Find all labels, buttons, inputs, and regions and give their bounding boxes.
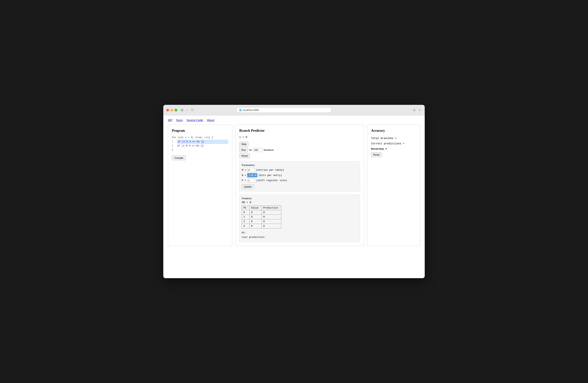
param-P-row: P = (shift register size) — [242, 178, 358, 182]
param-M-desc: (entries per table) — [256, 169, 284, 172]
param-P-label: P = — [242, 179, 246, 182]
page-content: IBP Docs Source Code About Program for (… — [163, 115, 425, 278]
table-cell: 0 — [250, 224, 262, 229]
browser-chrome: ⊞ ‹ 🛡 🌐 localhost:3000 ⊙ + — [163, 105, 425, 115]
param-N-desc: (bits per entry) — [258, 174, 282, 177]
maximize-button[interactable] — [175, 109, 177, 112]
back-button[interactable]: ‹ — [186, 108, 189, 112]
step-button[interactable]: Step — [239, 142, 249, 147]
predictor-box: Predictor: SR = 0 PC Value Prediction 00… — [239, 194, 360, 242]
col-value: Value — [250, 206, 262, 210]
predictor-reset-button[interactable]: Reset — [239, 153, 250, 158]
params-title: Parameters: — [242, 164, 358, 167]
minimize-button[interactable] — [170, 109, 173, 112]
col-pc: PC — [242, 206, 250, 210]
table-cell: 0 — [250, 215, 262, 219]
pc-last-section: PC: Last prediction: — [242, 231, 358, 240]
code-close: } — [172, 148, 228, 152]
param-P-input[interactable] — [247, 178, 255, 182]
iterations-label: iterations — [264, 149, 274, 151]
controls-row: Step Run for iterations Reset — [239, 142, 360, 158]
run-count-input[interactable] — [253, 148, 263, 152]
nav-ibp[interactable]: IBP — [168, 118, 172, 122]
param-N-label: N = — [242, 174, 246, 177]
traffic-lights — [166, 109, 177, 112]
predictor-subtitle: Predictor: — [242, 197, 358, 200]
table-cell: 0 — [242, 210, 250, 215]
nav-about[interactable]: About — [207, 118, 214, 122]
param-M-row: M = (entries per table) — [242, 168, 358, 172]
nav-bar: IBP Docs Source Code About — [163, 115, 425, 125]
code-area: for (int i = 0; true; ++i) { 1 if (i % 2… — [172, 136, 228, 152]
correct-predictions-line: Correct predictions = — [371, 141, 416, 146]
code-if2-keyword: if (i % 4 == 0) {} — [177, 144, 204, 148]
new-tab-button[interactable]: + — [418, 108, 422, 112]
sidebar-toggle[interactable]: ⊞ — [180, 108, 184, 112]
code-for-text: for (int i = 0; true; ++i) { — [172, 136, 213, 140]
table-row: 100 — [242, 215, 281, 219]
table-cell: 0 — [262, 219, 281, 224]
panel-accuracy: Accuracy Total branches = Correct predic… — [367, 125, 420, 246]
param-N-select[interactable]: 1 bit 2 bit — [247, 173, 257, 177]
run-row: Run for iterations — [239, 148, 360, 152]
predictor-title: Branch Predictor — [239, 129, 360, 133]
panel-predictor: Branch Predictor i = 0 Step Run for iter… — [235, 125, 364, 246]
accuracy-reset-button[interactable]: Reset — [371, 152, 382, 157]
table-cell: 0 — [250, 219, 262, 224]
globe-icon: 🌐 — [239, 109, 242, 112]
table-cell: 0 — [250, 210, 262, 215]
table-cell: 1 — [242, 215, 250, 219]
table-cell: 3 — [242, 224, 250, 229]
table-cell: 0 — [262, 210, 281, 215]
close-button[interactable] — [166, 109, 169, 112]
param-M-label: M = — [242, 169, 246, 172]
url-text: localhost:3000 — [243, 109, 259, 112]
code-line-for: for (int i = 0; true; ++i) { — [172, 136, 228, 140]
accuracy-line: Accuracy = — [371, 146, 416, 152]
address-bar[interactable]: 🌐 localhost:3000 — [237, 108, 331, 113]
table-cell: 0 — [262, 215, 281, 219]
run-for-label: for — [249, 149, 252, 151]
table-cell: 0 — [262, 224, 281, 229]
history-button[interactable]: ⊙ — [412, 108, 417, 112]
param-P-desc: (shift register size) — [256, 179, 287, 182]
sr-display: SR = 0 — [242, 201, 358, 204]
col-prediction: Prediction — [262, 206, 281, 210]
code-line-1: 1 if (i % 2 == 0) {} — [172, 140, 228, 144]
accuracy-title: Accuracy — [371, 129, 416, 133]
table-row: 300 — [242, 224, 281, 229]
line-num-2: 2 — [172, 144, 175, 148]
nav-docs[interactable]: Docs — [176, 118, 183, 122]
shield-icon[interactable]: 🛡 — [190, 108, 195, 112]
browser-controls: ⊞ ‹ 🛡 — [180, 108, 195, 112]
line-num-1: 1 — [172, 140, 175, 144]
panel-program: Program for (int i = 0; true; ++i) { 1 i… — [168, 125, 232, 246]
param-N-row: N = 1 bit 2 bit (bits per entry) — [242, 173, 358, 177]
table-row: 200 — [242, 219, 281, 224]
program-title: Program — [172, 129, 228, 133]
table-header-row: PC Value Prediction — [242, 206, 281, 210]
nav-source-code[interactable]: Source Code — [186, 118, 203, 122]
last-pred-label: Last prediction: — [242, 235, 358, 239]
params-box: Parameters: M = (entries per table) N = … — [239, 161, 360, 192]
update-button[interactable]: Update — [242, 184, 254, 189]
pc-label: PC: — [242, 231, 358, 235]
main-panels: Program for (int i = 0; true; ++i) { 1 i… — [163, 125, 425, 250]
table-row: 000 — [242, 210, 281, 215]
table-cell: 2 — [242, 219, 250, 224]
browser-actions: ⊙ + — [412, 108, 422, 112]
code-line-2: 2 if (i % 4 == 0) {} — [172, 144, 228, 148]
code-close-brace: } — [172, 148, 173, 152]
code-if1-keyword: if (i % 2 == 0) {} — [177, 140, 204, 143]
param-M-input[interactable] — [247, 168, 255, 172]
run-button[interactable]: Run — [239, 148, 248, 152]
total-branches-line: Total branches = — [371, 136, 416, 141]
prediction-table: PC Value Prediction 000100200300 — [242, 206, 281, 229]
state-display: i = 0 — [239, 136, 360, 139]
compile-button[interactable]: Compile — [172, 155, 186, 160]
code-if1: if (i % 2 == 0) {} — [177, 140, 228, 144]
